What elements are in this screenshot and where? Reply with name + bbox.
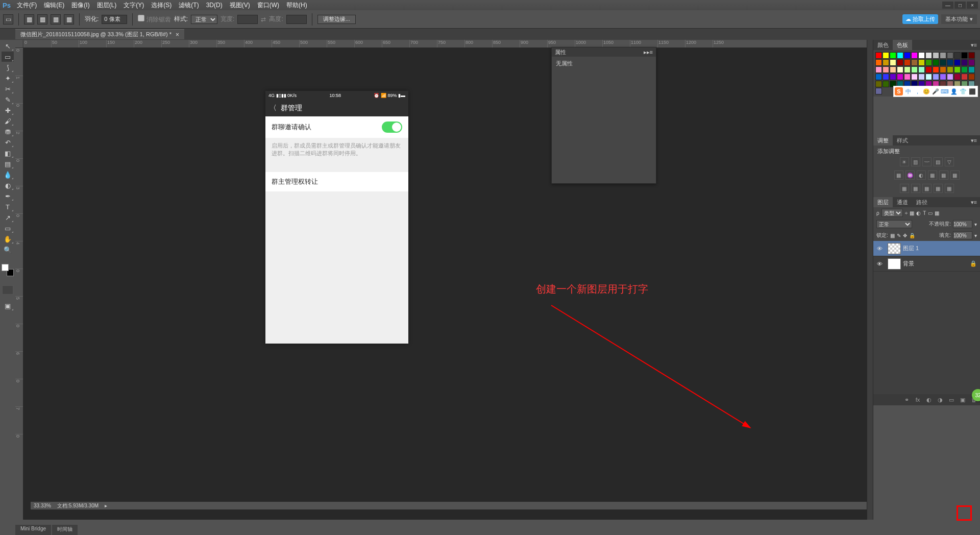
new-group-icon[interactable]: ▭ bbox=[947, 396, 955, 404]
brush-tool[interactable]: 🖌 bbox=[2, 116, 14, 126]
zoom-level[interactable]: 33.33% bbox=[34, 503, 51, 508]
adj-invert-icon[interactable]: ▦ bbox=[900, 184, 909, 193]
crop-tool[interactable]: ✂ bbox=[2, 84, 14, 94]
adjustments-menu-icon[interactable]: ▾≡ bbox=[968, 137, 980, 144]
menu-select[interactable]: 选择(S) bbox=[148, 1, 175, 10]
swatch[interactable] bbox=[890, 74, 896, 80]
gradient-tool[interactable]: ▤ bbox=[2, 159, 14, 169]
adj-vibrance-icon[interactable]: ▽ bbox=[945, 157, 954, 166]
menu-image[interactable]: 图像(I) bbox=[68, 1, 93, 10]
ruler-horizontal[interactable]: 0501001502002503003504004505005506006507… bbox=[23, 40, 867, 48]
layer-fx-icon[interactable]: fx bbox=[914, 396, 922, 404]
eyedropper-tool[interactable]: ✎ bbox=[2, 94, 14, 105]
new-selection-icon[interactable]: ▦ bbox=[24, 14, 34, 25]
fill-input[interactable] bbox=[953, 231, 972, 239]
ime-toolbar[interactable]: S 中 ， 😊 🎤 ⌨ 👤 👕 ⬛ bbox=[893, 86, 978, 97]
swatch[interactable] bbox=[918, 66, 925, 73]
adj-levels-icon[interactable]: ▥ bbox=[911, 157, 920, 166]
adj-selective-icon[interactable]: ▦ bbox=[945, 184, 954, 193]
swatch[interactable] bbox=[883, 66, 889, 73]
workspace-select[interactable]: 基本功能 ▾ bbox=[941, 14, 977, 24]
swatch[interactable] bbox=[875, 59, 882, 66]
swatch[interactable] bbox=[968, 59, 975, 66]
filter-shape-icon[interactable]: ▭ bbox=[928, 210, 933, 216]
swatch[interactable] bbox=[875, 74, 882, 80]
adj-brightness-icon[interactable]: ☀ bbox=[900, 157, 909, 166]
swatch[interactable] bbox=[904, 59, 911, 66]
swatch[interactable] bbox=[954, 66, 961, 73]
adj-lookup-icon[interactable]: ▦ bbox=[950, 171, 960, 180]
swatch[interactable] bbox=[947, 66, 953, 73]
swatch[interactable] bbox=[961, 59, 968, 66]
properties-panel[interactable]: 属性▸▸ ≡ 无属性 bbox=[551, 47, 656, 184]
swatch[interactable] bbox=[947, 59, 953, 66]
swatch[interactable] bbox=[968, 52, 975, 59]
link-layers-icon[interactable]: ⚭ bbox=[902, 396, 911, 404]
document-info[interactable]: 文档:5.93M/3.30M bbox=[57, 502, 99, 509]
stamp-tool[interactable]: ⛃ bbox=[2, 127, 14, 137]
refine-edge-button[interactable]: 调整边缘... bbox=[317, 15, 356, 24]
ime-user-icon[interactable]: 👤 bbox=[950, 87, 958, 95]
tab-paths[interactable]: 路径 bbox=[912, 197, 932, 207]
layer-list[interactable]: 👁图层 1👁背景🔒 bbox=[873, 241, 980, 394]
swatch[interactable] bbox=[954, 74, 961, 80]
swatch[interactable] bbox=[954, 59, 961, 66]
swatch[interactable] bbox=[925, 52, 932, 59]
shape-tool[interactable]: ▭ bbox=[2, 223, 14, 233]
menu-layer[interactable]: 图层(L) bbox=[93, 1, 120, 10]
swatch[interactable] bbox=[947, 74, 953, 80]
adj-exposure-icon[interactable]: ▤ bbox=[934, 157, 943, 166]
menu-edit[interactable]: 编辑(E) bbox=[40, 1, 68, 10]
swatch[interactable] bbox=[947, 52, 953, 59]
swatch[interactable] bbox=[925, 59, 932, 66]
type-tool[interactable]: T bbox=[2, 202, 14, 212]
swatch[interactable] bbox=[875, 88, 882, 94]
layer-thumbnail[interactable] bbox=[888, 258, 901, 270]
adj-photo-icon[interactable]: ▦ bbox=[928, 171, 937, 180]
fg-bg-color[interactable] bbox=[2, 264, 14, 276]
ruler-origin[interactable] bbox=[15, 40, 23, 48]
swatch[interactable] bbox=[918, 52, 925, 59]
close-button[interactable]: × bbox=[967, 2, 978, 9]
layer-name[interactable]: 图层 1 bbox=[903, 245, 919, 252]
marquee-tool[interactable]: ▭ bbox=[2, 52, 14, 62]
dodge-tool[interactable]: ◐ bbox=[2, 180, 14, 190]
adj-gradient-icon[interactable]: ▦ bbox=[934, 184, 943, 193]
new-layer-icon[interactable]: ▣ bbox=[959, 396, 967, 404]
layer-name[interactable]: 背景 bbox=[903, 260, 914, 268]
swatch[interactable] bbox=[961, 74, 968, 80]
swatch[interactable] bbox=[883, 81, 889, 87]
swatch[interactable] bbox=[911, 66, 918, 73]
tab-swatches[interactable]: 色板 bbox=[893, 40, 912, 50]
ime-lang-icon[interactable]: 中 bbox=[904, 87, 912, 95]
pen-tool[interactable]: ✒ bbox=[2, 191, 14, 201]
wand-tool[interactable]: ✦ bbox=[2, 73, 14, 83]
swatch[interactable] bbox=[925, 66, 932, 73]
tab-styles[interactable]: 样式 bbox=[893, 135, 912, 145]
tab-minibridge[interactable]: Mini Bridge bbox=[15, 525, 51, 535]
screen-mode-toggle[interactable]: ▣ bbox=[2, 301, 14, 311]
swatches-menu-icon[interactable]: ▾≡ bbox=[968, 42, 980, 48]
subtract-selection-icon[interactable]: ▦ bbox=[51, 14, 61, 25]
adj-curves-icon[interactable]: 〰 bbox=[922, 157, 932, 166]
document-tab[interactable]: 微信图片_20181015110058.jpg @ 33.3% (图层 1, R… bbox=[15, 29, 184, 39]
swatch[interactable] bbox=[968, 66, 975, 73]
add-selection-icon[interactable]: ▦ bbox=[37, 14, 47, 25]
tab-layers[interactable]: 图层 bbox=[873, 197, 893, 207]
swatch[interactable] bbox=[940, 66, 946, 73]
intersect-selection-icon[interactable]: ▦ bbox=[64, 14, 74, 25]
lock-transparent-icon[interactable]: ▦ bbox=[890, 233, 895, 238]
swatch[interactable] bbox=[933, 74, 939, 80]
document-tab-close-icon[interactable]: × bbox=[176, 31, 179, 38]
swatch[interactable] bbox=[875, 66, 882, 73]
swatch[interactable] bbox=[897, 59, 903, 66]
healing-tool[interactable]: ✚ bbox=[2, 105, 14, 115]
layer-mask-icon[interactable]: ◐ bbox=[925, 396, 933, 404]
layers-menu-icon[interactable]: ▾≡ bbox=[968, 199, 980, 206]
swatch[interactable] bbox=[890, 59, 896, 66]
tab-timeline[interactable]: 时间轴 bbox=[52, 525, 78, 535]
layer-visibility-icon[interactable]: 👁 bbox=[873, 246, 886, 252]
swatch[interactable] bbox=[940, 59, 946, 66]
layer-row[interactable]: 👁背景🔒 bbox=[873, 256, 980, 272]
menu-type[interactable]: 文字(Y) bbox=[120, 1, 148, 10]
